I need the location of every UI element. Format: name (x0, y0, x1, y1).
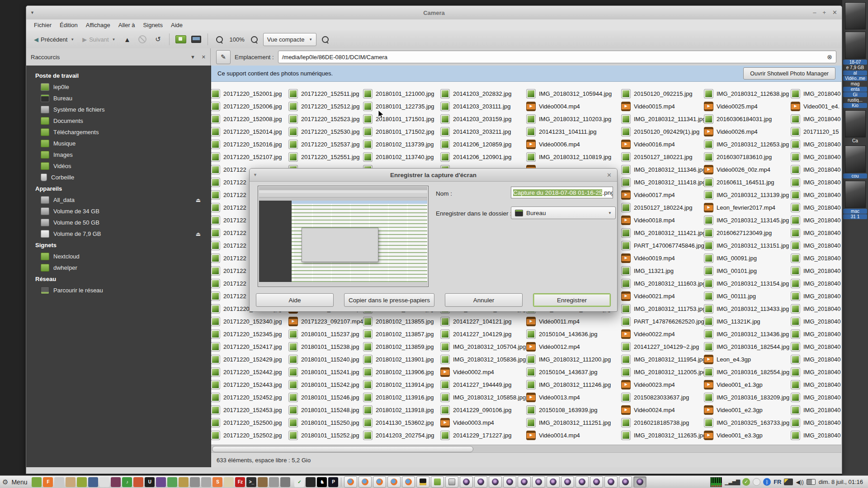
file-item[interactable]: IMG_2018040 (791, 302, 840, 315)
back-button[interactable]: ◀Précédent▼ (31, 34, 77, 45)
file-item[interactable]: IMG_2018040 (791, 239, 840, 252)
bluetooth-icon[interactable]: ᛒ (763, 478, 771, 486)
desktop-photo-thumbnail[interactable] (845, 110, 866, 137)
file-item[interactable]: 20150120_092429(1).jpg (621, 125, 706, 138)
taskbar-window-button-firefox[interactable] (344, 476, 357, 488)
file-item[interactable]: ▶Vidéo0021.mp4 (621, 290, 706, 302)
file-item[interactable]: ▶Video001_e4. (791, 100, 840, 113)
file-item[interactable]: IMG_20180312_111603.jpg (621, 277, 706, 290)
file-item[interactable]: IMG_2018040 (791, 176, 840, 188)
file-item[interactable]: IMG_20180312_112653.jpg (704, 138, 789, 150)
sidebar-item-lep0le[interactable]: lep0le (26, 81, 211, 93)
file-item[interactable]: 20171220_152417.jpg (211, 340, 282, 353)
taskbar-window-button-lens[interactable] (532, 476, 545, 488)
file-item[interactable]: 20171220_152511.jpg (288, 87, 363, 100)
shield-check-icon[interactable]: ✓ (742, 478, 750, 486)
file-item[interactable]: 20150104_143636.jpg (526, 328, 612, 340)
file-item[interactable]: IMG_20180312_113433.jpg (704, 302, 789, 315)
file-item[interactable]: 20171220_152442.jpg (211, 366, 282, 378)
hardware-tool-icon[interactable] (190, 477, 200, 487)
file-item[interactable]: 20141203_203159.jpg (440, 113, 526, 125)
home-button[interactable] (174, 33, 188, 46)
file-item[interactable]: 20160611_164511.jpg (704, 176, 789, 188)
dialog-titlebar[interactable]: ▼ Enregistrer la capture d'écran ✕ (250, 169, 617, 182)
file-item[interactable]: IMG_20180312_113154.jpg (704, 277, 789, 290)
taskbar-window-button-lens[interactable] (460, 476, 473, 488)
sphere-app-icon[interactable] (280, 477, 290, 487)
file-item[interactable]: 20180102_113855.jpg (363, 315, 434, 328)
notes-app-icon[interactable] (224, 477, 234, 487)
file-item[interactable]: ▶Vidéo0022.mp4 (621, 328, 706, 340)
file-item[interactable]: 20171220_152107.jpg (211, 150, 282, 163)
file-item[interactable]: IMG_20180312_105944.jpg (526, 87, 612, 100)
file-item[interactable]: 20171220_152502.jpg (211, 429, 282, 441)
reload-button[interactable]: ↺ (151, 33, 165, 46)
file-item[interactable]: 20141203_202832.jpg (440, 87, 526, 100)
stop-button[interactable] (136, 33, 149, 46)
file-item[interactable]: ▶Vidéo0015.mp4 (621, 100, 706, 113)
chevron-down-icon[interactable]: ▼ (190, 54, 195, 60)
display-warning-icon[interactable] (784, 479, 793, 485)
taskbar-window-button-firefox[interactable] (402, 476, 415, 488)
filezilla-icon[interactable]: Fz (235, 477, 245, 487)
sidebar-item-documents[interactable]: Documents (26, 115, 211, 127)
file-item[interactable]: IMG_20180312_112635.jpg (621, 429, 706, 441)
zoom-out-button[interactable] (212, 33, 226, 46)
menu-aller-a[interactable]: Aller à (114, 21, 139, 29)
clementine-icon[interactable] (77, 477, 87, 487)
file-item[interactable]: IMG_2018040 (791, 201, 840, 214)
package-tool-icon[interactable] (258, 477, 268, 487)
terminal-icon[interactable]: >_ (246, 477, 256, 487)
tray-circle-icon[interactable] (753, 478, 760, 486)
file-item[interactable]: ▶Vidéo0006.mp4 (526, 138, 612, 150)
show-desktop-icon[interactable] (32, 477, 42, 487)
sidebar-item-dwhelper[interactable]: dwhelper (26, 262, 211, 273)
file-item[interactable]: IMG_20180312_111421.jpg (621, 226, 706, 239)
molecules-app-icon[interactable] (167, 477, 177, 487)
video-editor-icon[interactable] (111, 477, 121, 487)
file-item[interactable]: IMG_20180312_111251.jpg (526, 416, 612, 429)
file-item[interactable]: IMG_2018040 (791, 138, 840, 150)
file-item[interactable]: 20141203_203111.jpg (440, 100, 526, 113)
file-item[interactable]: 20180101_115250.jpg (288, 416, 363, 429)
file-item[interactable]: 20180101_115238.jpg (288, 340, 363, 353)
file-item[interactable]: 20150127_180224.jpg (621, 201, 706, 214)
file-item[interactable]: IMG_20180312_113145.jpg (704, 214, 789, 226)
file-item[interactable]: IMG_2018040 (791, 328, 840, 340)
p-app-icon[interactable]: P (328, 477, 338, 487)
sidebar-item-bureau[interactable]: Bureau (26, 93, 211, 104)
file-item[interactable]: ▶Vidéo0014.mp4 (526, 429, 612, 441)
file-item[interactable]: IMG_20180312_113139.jpg (704, 188, 789, 201)
file-item[interactable]: 20180102_113859.jpg (363, 340, 434, 353)
file-item[interactable]: ▶Vidéo0011.mp4 (526, 315, 612, 328)
file-item[interactable]: IMG_20180316_183209.jpg (704, 391, 789, 404)
file-item[interactable]: ▶Video001_e2.3gp (704, 404, 789, 416)
text-file-icon[interactable] (99, 477, 109, 487)
minimize-icon[interactable]: – (813, 6, 816, 19)
close-sidebar-icon[interactable]: ✕ (202, 54, 206, 60)
taskbar-window-button-archiver[interactable] (445, 476, 458, 488)
speech-app-icon[interactable] (54, 477, 64, 487)
file-item[interactable]: 20180102_113901.jpg (363, 353, 434, 366)
file-item[interactable]: 20141227_104129.jpg (440, 328, 526, 340)
taskbar-window-button-firefox[interactable] (359, 476, 372, 488)
open-shotwell-button[interactable]: Ouvrir Shotwell Photo Manager (743, 67, 835, 80)
sidebar-item-parcourir-le-reseau[interactable]: Parcourir le réseau (26, 285, 211, 296)
scrollbar-handle[interactable] (212, 446, 473, 452)
file-item[interactable]: ▶Video001_e1.3gp (704, 378, 789, 391)
file-item[interactable]: IMG_20180312_112005.jpg (621, 366, 706, 378)
file-item[interactable]: 20180101_171501.jpg (363, 113, 434, 125)
sidebar-item-telechargements[interactable]: Téléchargements (26, 127, 211, 138)
desktop-icon-label[interactable]: mac (843, 209, 867, 214)
file-item[interactable]: 20150120_092215.jpg (621, 87, 706, 100)
file-item[interactable]: 20180102_113739.jpg (363, 138, 434, 150)
file-item[interactable]: 20180101_115237.jpg (288, 328, 363, 340)
gear-icon[interactable]: ⚙ (2, 478, 8, 486)
file-item[interactable]: ▶Leon_e4.3gp (704, 353, 789, 366)
desktop-icon-label[interactable]: rustiq... (843, 98, 867, 103)
search-button[interactable] (318, 33, 332, 46)
keyboard-layout-indicator[interactable]: FR (774, 479, 781, 485)
dialog-close-icon[interactable]: ✕ (607, 172, 612, 178)
clear-location-icon[interactable]: ⊗ (827, 53, 832, 61)
desktop-icon-label[interactable]: cou (843, 174, 867, 178)
